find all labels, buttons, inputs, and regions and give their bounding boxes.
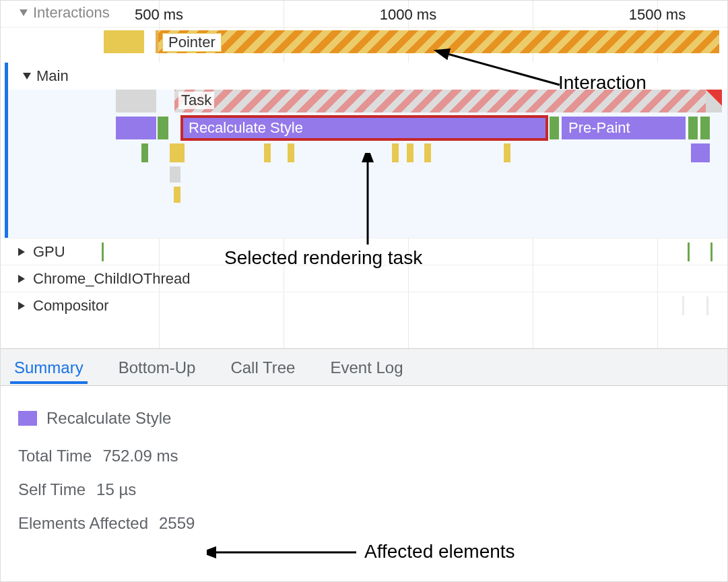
compositor-label: Compositor	[33, 297, 108, 315]
main-thread-section: Main Task Recalculate Style Pre-Paint	[5, 63, 727, 238]
time-ruler[interactable]: Interactions 500 ms 1000 ms 1500 ms	[1, 1, 727, 28]
expand-icon	[18, 302, 25, 310]
flame-bar[interactable]	[158, 117, 168, 139]
flame-bar[interactable]	[288, 143, 294, 162]
tab-call-tree[interactable]: Call Tree	[226, 350, 299, 384]
flame-bar[interactable]	[424, 143, 431, 162]
summary-panel: Recalculate Style Total Time 752.09 ms S…	[1, 386, 727, 561]
long-task-bar[interactable]: Task	[174, 90, 706, 112]
expand-icon	[18, 248, 25, 256]
flame-bar[interactable]	[691, 143, 710, 162]
interactions-track[interactable]: Pointer	[1, 30, 727, 55]
flame-bar[interactable]	[407, 143, 413, 162]
interactions-label: Interactions	[33, 4, 110, 22]
flame-bar[interactable]	[700, 117, 710, 139]
interaction-whisker[interactable]	[104, 30, 144, 53]
timeline-panel: Interactions 500 ms 1000 ms 1500 ms Poin…	[1, 1, 727, 348]
ruler-tick-label: 1000 ms	[380, 6, 436, 24]
event-color-chip	[18, 411, 37, 426]
long-task-warning-icon	[706, 90, 722, 106]
flame-bar[interactable]	[504, 143, 510, 162]
flame-bar[interactable]	[264, 143, 271, 162]
flame-bar[interactable]	[141, 143, 148, 162]
tab-event-log[interactable]: Event Log	[326, 350, 407, 384]
recalculate-style-bar[interactable]: Recalculate Style	[182, 117, 547, 139]
main-label: Main	[36, 67, 69, 85]
details-tab-bar: Summary Bottom-Up Call Tree Event Log	[1, 348, 727, 386]
flame-chart[interactable]: Task Recalculate Style Pre-Paint	[8, 90, 727, 238]
elements-affected-value: 2559	[159, 514, 195, 533]
interactions-track-header[interactable]: Interactions	[1, 1, 119, 25]
prepaint-label: Pre-Paint	[568, 119, 630, 137]
flame-bar[interactable]	[392, 143, 399, 162]
event-name: Recalculate Style	[46, 409, 171, 428]
flame-bar[interactable]	[550, 117, 559, 139]
total-time-value: 752.09 ms	[102, 447, 178, 465]
collapse-icon	[20, 9, 28, 16]
total-time-label: Total Time	[18, 447, 92, 465]
compositor-track-header[interactable]: Compositor	[1, 292, 727, 319]
summary-event-title: Recalculate Style	[18, 409, 710, 428]
self-time-label: Self Time	[18, 480, 86, 499]
flame-bar[interactable]	[170, 166, 180, 183]
collapse-icon	[23, 73, 31, 79]
gpu-track-header[interactable]: GPU	[1, 238, 727, 265]
recalc-style-label: Recalculate Style	[189, 119, 303, 137]
childio-track-header[interactable]: Chrome_ChildIOThread	[1, 265, 727, 292]
ruler-tick-label: 1500 ms	[629, 6, 686, 24]
elements-affected-label: Elements Affected	[18, 514, 148, 533]
tab-summary[interactable]: Summary	[10, 350, 88, 384]
flame-bar[interactable]	[174, 187, 180, 203]
task-label: Task	[178, 92, 214, 109]
gpu-label: GPU	[33, 243, 65, 261]
tab-bottom-up[interactable]: Bottom-Up	[114, 350, 200, 384]
summary-self-time: Self Time 15 µs	[18, 480, 710, 499]
flame-bar[interactable]	[170, 143, 185, 162]
pointer-interaction-bar[interactable]	[156, 30, 719, 53]
flame-task-bar[interactable]	[116, 90, 156, 112]
flame-bar[interactable]	[116, 117, 156, 139]
ruler-tick-label: 500 ms	[135, 6, 183, 24]
childio-label: Chrome_ChildIOThread	[33, 270, 191, 288]
summary-total-time: Total Time 752.09 ms	[18, 447, 710, 465]
self-time-value: 15 µs	[96, 480, 136, 499]
main-track-header[interactable]: Main	[8, 63, 727, 90]
pointer-label: Pointer	[162, 33, 222, 52]
flame-bar[interactable]	[688, 117, 698, 139]
summary-elements-affected: Elements Affected 2559	[18, 514, 710, 533]
pre-paint-bar[interactable]: Pre-Paint	[562, 117, 686, 139]
expand-icon	[18, 275, 25, 283]
